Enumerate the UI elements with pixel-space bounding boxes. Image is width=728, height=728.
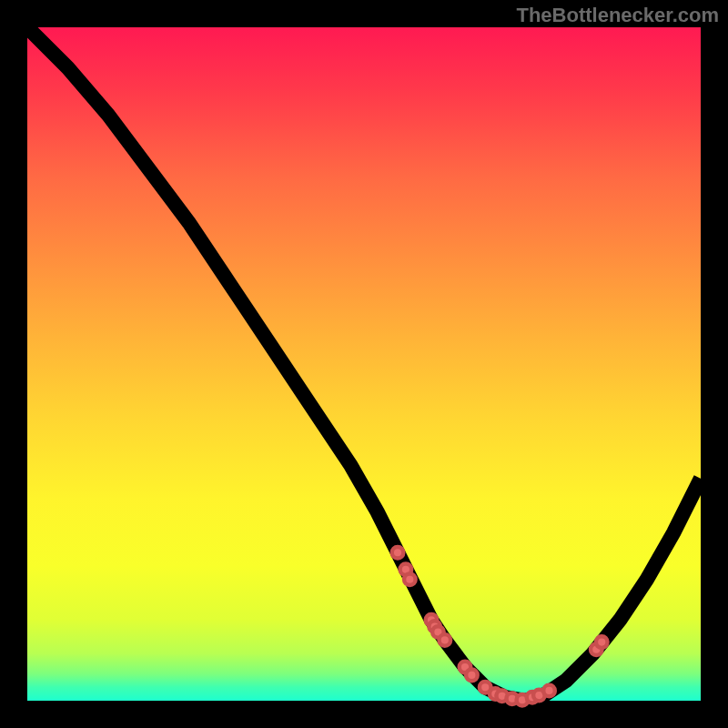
chart-container: TheBottlenecker.com bbox=[0, 0, 728, 728]
data-marker bbox=[466, 670, 478, 682]
data-marker bbox=[440, 634, 451, 646]
watermark-text: TheBottlenecker.com bbox=[516, 4, 719, 27]
data-marker bbox=[543, 685, 555, 697]
chart-svg bbox=[27, 27, 701, 701]
data-marker bbox=[596, 636, 608, 648]
data-marker bbox=[404, 574, 416, 586]
plot-area bbox=[27, 27, 701, 701]
marker-group bbox=[392, 547, 608, 706]
bottleneck-curve bbox=[27, 27, 701, 701]
data-marker bbox=[392, 547, 404, 559]
